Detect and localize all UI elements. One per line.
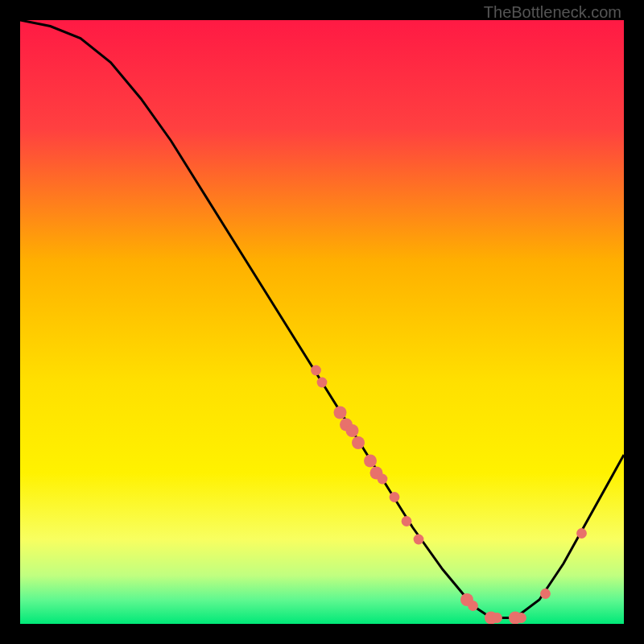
- data-point: [352, 436, 365, 449]
- data-point: [311, 365, 321, 376]
- chart-svg: [20, 20, 624, 624]
- data-point: [468, 601, 478, 611]
- watermark-text: TheBottleneck.com: [484, 3, 621, 22]
- data-point: [390, 492, 400, 502]
- data-point: [334, 407, 347, 419]
- data-point: [414, 535, 424, 545]
- data-point: [378, 474, 388, 485]
- chart-container: { "watermark": "TheBottleneck.com", "cha…: [0, 0, 644, 644]
- data-point: [364, 455, 377, 468]
- data-point: [576, 528, 587, 539]
- data-point: [402, 516, 412, 526]
- data-point: [346, 424, 359, 437]
- plot-area: [20, 20, 624, 624]
- data-point: [540, 588, 551, 599]
- data-point: [317, 378, 328, 388]
- gradient-background: [20, 20, 624, 624]
- data-point: [492, 613, 502, 623]
- data-point: [516, 613, 526, 623]
